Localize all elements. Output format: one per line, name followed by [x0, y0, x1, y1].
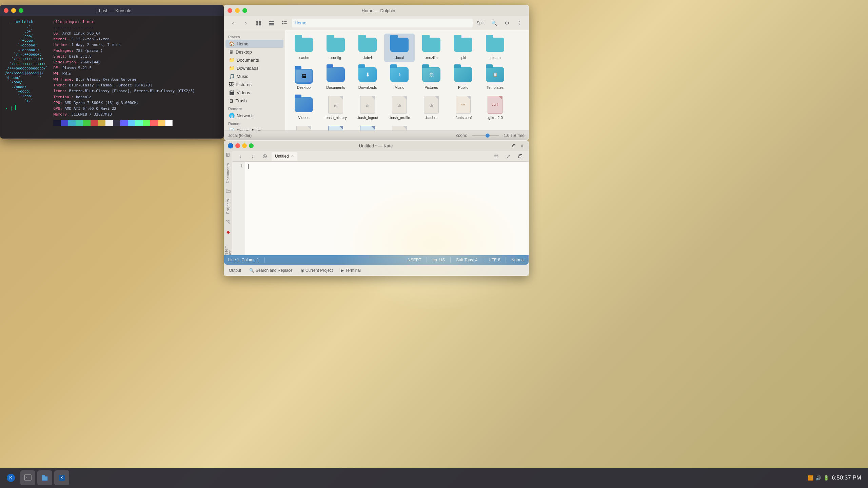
file-item-gtkrc[interactable]: conf .gtkrc-2.0: [480, 94, 510, 122]
terminal-prompt-line: - |: [5, 105, 48, 111]
sidebar-item-trash[interactable]: 🗑 Trash: [225, 97, 283, 105]
kate-search-icon: 🔍: [249, 268, 254, 273]
volume-tray-icon: 🔊: [815, 475, 821, 481]
kate-max-btn[interactable]: ⤢: [503, 151, 514, 161]
kate-documents-panel-icon[interactable]: [225, 153, 231, 158]
dolphin-list-view-btn[interactable]: [266, 18, 277, 28]
file-item-videos-folder[interactable]: Videos: [289, 94, 319, 122]
file-label-bash-history: .bash_history: [324, 115, 347, 120]
kate-project-icon: ◉: [301, 268, 304, 273]
taskbar-clock: 6:50:37 PM: [832, 474, 861, 481]
file-item-pki[interactable]: .pki: [448, 34, 478, 62]
file-label-templates-folder: Templates: [487, 85, 504, 90]
file-item-mozilla[interactable]: .mozilla: [416, 34, 447, 62]
file-item-local[interactable]: .local: [384, 34, 415, 62]
terminal-maximize-btn[interactable]: [19, 8, 23, 13]
kate-left-sidebar: Documents Projects ◆ Filesystem Browser: [224, 151, 232, 255]
dolphin-maximize-btn[interactable]: [242, 8, 247, 13]
terminal-minimize-btn[interactable]: [11, 8, 16, 13]
sidebar-item-recent-files[interactable]: 📄 Recent Files: [225, 126, 283, 130]
file-item-documents-folder[interactable]: Documents: [320, 63, 351, 92]
dolphin-zoom-slider[interactable]: [472, 135, 499, 136]
svg-text:>_: >_: [25, 476, 29, 479]
sidebar-item-downloads[interactable]: 📁 Downloads: [225, 64, 283, 72]
file-item-xauthority[interactable]: auth .Xauthority: [384, 123, 415, 130]
file-item-fonts-conf[interactable]: font .fonts.conf: [448, 94, 478, 122]
kate-folder-icon[interactable]: [225, 189, 231, 194]
dolphin-forward-btn[interactable]: ›: [240, 18, 251, 28]
kate-tab-untitled[interactable]: Untitled ✕: [272, 152, 297, 161]
terminal-close-btn[interactable]: [4, 8, 8, 13]
kate-terminal-btn[interactable]: ▶ Terminal: [339, 267, 362, 273]
kate-back-btn[interactable]: ‹: [235, 151, 246, 161]
file-item-cache[interactable]: .cache: [289, 34, 319, 62]
file-label-desktop-folder: Desktop: [297, 85, 311, 90]
file-item-music-folder[interactable]: ♪ Music: [384, 63, 415, 92]
sidebar-item-home[interactable]: 🏠 Home: [225, 40, 283, 48]
dolphin-icon-view-btn[interactable]: [253, 18, 264, 28]
kate-text-area[interactable]: [244, 162, 529, 255]
file-item-templates-folder[interactable]: 📋 Templates: [480, 63, 510, 92]
dolphin-minimize-btn[interactable]: [235, 8, 240, 13]
kate-current-project-btn[interactable]: ◉ Current Project: [299, 267, 335, 273]
dolphin-menu-btn[interactable]: ⋮: [514, 18, 525, 28]
file-item-bashrc[interactable]: sh .bashrc: [416, 94, 447, 122]
file-item-bash-history[interactable]: txt .bash_history: [320, 94, 351, 122]
dolphin-split-btn[interactable]: Split: [475, 18, 487, 28]
svg-rect-23: [494, 156, 498, 157]
taskbar-terminal-icon[interactable]: >_: [20, 470, 35, 485]
kate-minimize-btn[interactable]: [242, 143, 247, 148]
kate-search-replace-btn[interactable]: 🔍 Search and Replace: [247, 267, 295, 273]
sidebar-item-music[interactable]: 🎵 Music: [225, 72, 283, 80]
sidebar-item-documents-label: Documents: [237, 58, 259, 63]
kate-window-close-top-btn[interactable]: ✕: [518, 142, 525, 149]
sidebar-item-pictures[interactable]: 🖼 Pictures: [225, 80, 283, 88]
breadcrumb-home[interactable]: Home: [295, 20, 307, 25]
terminal-cursor: [15, 105, 16, 110]
sidebar-item-network[interactable]: 🌐 Network: [225, 111, 283, 120]
kate-output-btn[interactable]: Output: [227, 267, 243, 273]
file-item-config[interactable]: .config: [320, 34, 351, 62]
kate-forward-btn[interactable]: ›: [247, 151, 258, 161]
kate-window-restore-btn[interactable]: 🗗: [510, 142, 517, 149]
dolphin-filter-btn[interactable]: ⚙: [501, 18, 512, 28]
file-item-steam[interactable]: .steam: [480, 34, 510, 62]
sidebar-item-desktop[interactable]: 🖥 Desktop: [225, 48, 283, 56]
svg-rect-0: [256, 21, 258, 23]
file-item-pictures-folder[interactable]: 🖼 Pictures: [416, 63, 447, 92]
kate-terminal-icon: ▶: [341, 268, 344, 273]
kate-line-numbers: 1: [232, 162, 244, 255]
file-item-downloads-folder[interactable]: ⬇ Downloads: [352, 63, 383, 92]
file-item-steampid[interactable]: pid .steampid: [352, 123, 383, 130]
taskbar-kde-icon[interactable]: K: [3, 470, 18, 485]
kate-status-div1: [264, 257, 265, 263]
home-icon: 🏠: [229, 41, 235, 46]
kate-extra-btn[interactable]: 🗗: [515, 151, 526, 161]
sidebar-item-videos[interactable]: 🎬 Videos: [225, 88, 283, 97]
kate-close-btn[interactable]: [235, 143, 240, 148]
kate-maximize-btn[interactable]: [249, 143, 254, 148]
dolphin-search-btn[interactable]: 🔍: [489, 18, 499, 28]
file-item-desktop-folder[interactable]: 🖥 Desktop: [289, 63, 319, 92]
taskbar-dolphin-icon[interactable]: [37, 470, 52, 485]
kate-git-icon[interactable]: [225, 219, 231, 224]
dolphin-detail-view-btn[interactable]: [279, 18, 290, 28]
kate-statusbar: Line 1, Column 1 INSERT en_US Soft Tabs:…: [224, 255, 529, 265]
file-item-pulse-cookie[interactable]: bin .pulse-cookie: [289, 123, 319, 130]
file-item-bash-logout[interactable]: sh .bash_logout: [352, 94, 383, 122]
sidebar-item-documents[interactable]: 📁 Documents: [225, 56, 283, 64]
file-item-bash-profile[interactable]: sh .bash_profile: [384, 94, 415, 122]
file-item-steampath[interactable]: lnk .steampath: [320, 123, 351, 130]
svg-text:K: K: [60, 475, 63, 480]
file-item-kde4[interactable]: .kde4: [352, 34, 383, 62]
dolphin-back-btn[interactable]: ‹: [228, 18, 238, 28]
kate-bookmark-icon[interactable]: ◆: [225, 229, 231, 235]
kate-tab-settings-btn[interactable]: [491, 151, 501, 161]
kate-title: Untitled * — Kate: [256, 143, 495, 148]
kate-tab-bar: ‹ › Untitled ✕ ⤢ 🗗: [232, 151, 529, 162]
kate-new-tab-btn[interactable]: [259, 151, 270, 161]
file-item-public-folder[interactable]: Public: [448, 63, 478, 92]
dolphin-close-btn[interactable]: [228, 8, 232, 13]
kate-tab-close-icon[interactable]: ✕: [291, 154, 294, 158]
taskbar-kate-icon[interactable]: K: [54, 470, 69, 485]
